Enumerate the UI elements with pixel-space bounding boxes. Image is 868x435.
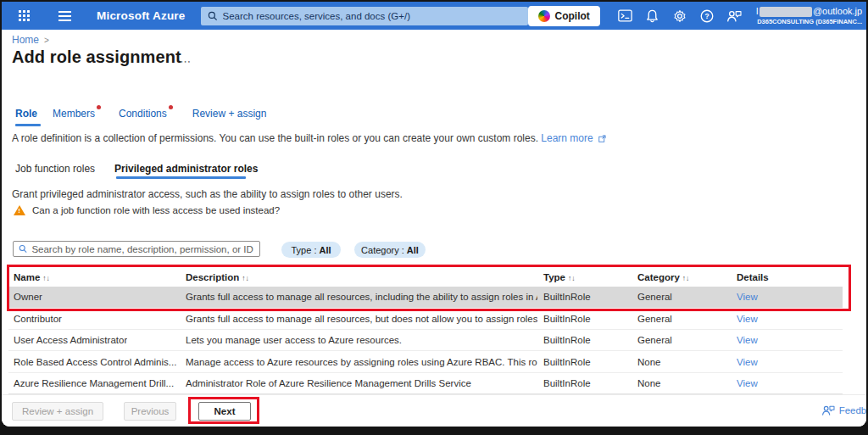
view-details-link[interactable]: View (737, 335, 758, 345)
table-row-contributor[interactable]: Contributor Grants full access to manage… (8, 309, 843, 330)
subtab-privileged-administrator-roles[interactable]: Privileged administrator roles (114, 163, 258, 175)
type-filter-pill[interactable]: Type :All (281, 242, 341, 258)
role-category: General (637, 292, 672, 302)
table-row-azure-resilience[interactable]: Azure Resilience Management Drill... Adm… (8, 373, 843, 394)
review-assign-button[interactable]: Review + assign (12, 402, 103, 421)
global-search-input[interactable] (223, 11, 521, 21)
account-tenant: D365CONSULTING (D365FINANC... (756, 18, 862, 25)
redacted-email-blur (760, 7, 812, 17)
role-type: BuiltInRole (543, 378, 591, 388)
account-email: I @outlook.jp (756, 6, 862, 18)
azure-brand-title[interactable]: Microsoft Azure (97, 9, 186, 22)
column-header-type[interactable]: Type↑↓ (543, 272, 576, 282)
person-feedback-icon (821, 404, 835, 416)
view-details-link[interactable]: View (737, 378, 758, 388)
members-alert-dot (97, 105, 101, 109)
role-category: None (637, 378, 661, 388)
role-category: General (637, 314, 672, 324)
role-description: Grants full access to manage all resourc… (186, 314, 537, 324)
role-description: Administrator Role of Azure Resilience M… (186, 378, 471, 388)
role-search-input[interactable] (31, 244, 254, 254)
role-name: Owner (14, 292, 42, 302)
table-row-owner[interactable]: Owner Grants full access to manage all r… (8, 287, 843, 308)
topbar-right-group: Copilot (528, 2, 866, 30)
category-filter-pill[interactable]: Category :All (354, 242, 426, 258)
azure-portal-window: Microsoft Azure Copilot (2, 2, 866, 427)
hamburger-icon (53, 11, 76, 21)
active-subtab-underline (116, 176, 246, 179)
role-name: User Access Administrator (14, 335, 127, 345)
portal-menu-button[interactable] (38, 2, 80, 30)
tab-conditions[interactable]: Conditions (119, 108, 167, 120)
azure-top-bar: Microsoft Azure Copilot (2, 2, 866, 30)
role-description: Manage access to Azure resources by assi… (186, 357, 537, 367)
learn-more-link[interactable]: Learn more (541, 132, 593, 144)
role-category: General (637, 335, 672, 345)
role-type: BuiltInRole (543, 335, 591, 345)
privileged-access-description: Grant privileged administrator access, s… (12, 188, 403, 200)
copilot-label: Copilot (555, 10, 590, 22)
role-name: Azure Resilience Management Drill... (14, 378, 174, 388)
roles-table-header: Name↑↓ Description↑↓ Type↑↓ Category↑↓ D… (8, 267, 843, 287)
view-details-link[interactable]: View (737, 357, 758, 367)
view-details-link[interactable]: View (737, 292, 758, 302)
title-context-menu-button[interactable]: ⋯ (180, 55, 192, 68)
warning-icon (14, 205, 25, 215)
sort-icon: ↑↓ (42, 274, 50, 282)
blade-content: Home > Add role assignment ⋯ ✕ Role Memb… (2, 30, 866, 394)
copilot-button[interactable]: Copilot (528, 6, 600, 26)
tab-review-assign[interactable]: Review + assign (192, 108, 267, 120)
wizard-tabs: Role Members Conditions Review + assign (15, 108, 266, 120)
svg-text:?: ? (704, 12, 709, 20)
column-header-name[interactable]: Name↑↓ (14, 272, 50, 282)
app-launcher-button[interactable] (2, 2, 38, 30)
warning-message: Can a job function role with less access… (14, 205, 280, 215)
role-search-box[interactable] (13, 241, 260, 257)
previous-button[interactable]: Previous (124, 402, 176, 421)
role-name: Contributor (14, 314, 62, 324)
role-name: Role Based Access Control Adminis... (14, 357, 176, 367)
table-row-rbac-administrator[interactable]: Role Based Access Control Adminis... Man… (8, 352, 843, 373)
bell-icon (646, 9, 659, 23)
account-info[interactable]: I @outlook.jp D365CONSULTING (D365FINANC… (756, 6, 862, 25)
column-header-details: Details (737, 272, 769, 282)
blade-footer: Review + assign Previous Next Feedback (2, 394, 866, 427)
settings-button[interactable] (666, 2, 693, 30)
role-definition-description: A role definition is a collection of per… (12, 132, 606, 145)
tab-role[interactable]: Role (15, 108, 37, 120)
notifications-button[interactable] (639, 2, 666, 30)
column-header-category[interactable]: Category↑↓ (637, 272, 689, 282)
role-type-subtabs: Job function roles Privileged administra… (15, 163, 258, 175)
main-column: Microsoft Azure Copilot (2, 2, 866, 427)
active-tab-underline (15, 124, 41, 126)
next-button[interactable]: Next (198, 402, 251, 421)
table-row-user-access-administrator[interactable]: User Access Administrator Lets you manag… (8, 330, 843, 351)
conditions-alert-dot (169, 105, 173, 109)
column-header-description[interactable]: Description↑↓ (186, 272, 249, 282)
breadcrumb-chevron-icon: > (44, 36, 49, 45)
sort-icon: ↑↓ (682, 274, 690, 282)
view-details-link[interactable]: View (737, 314, 758, 324)
role-description: Lets you manage user access to Azure res… (186, 335, 402, 345)
search-icon (19, 244, 27, 254)
person-feedback-icon (726, 9, 742, 23)
page-title: Add role assignment (12, 47, 181, 67)
global-search-box[interactable] (201, 7, 528, 25)
role-description: Grants full access to manage all resourc… (186, 292, 537, 302)
feedback-link[interactable]: Feedback (821, 404, 866, 416)
help-button[interactable]: ? (693, 2, 721, 30)
waffle-icon (14, 10, 35, 21)
search-icon (208, 11, 218, 21)
subtab-job-function-roles[interactable]: Job function roles (15, 163, 95, 175)
feedback-topbar-button[interactable] (721, 2, 748, 30)
copilot-icon (538, 10, 550, 22)
tab-members[interactable]: Members (53, 108, 95, 120)
role-type: BuiltInRole (543, 357, 591, 367)
cloud-shell-button[interactable] (612, 2, 639, 30)
role-category: None (637, 357, 661, 367)
role-type: BuiltInRole (543, 292, 591, 302)
gear-icon (673, 9, 687, 23)
breadcrumb-home-link[interactable]: Home (12, 34, 39, 46)
sort-icon: ↑↓ (242, 274, 249, 282)
role-type: BuiltInRole (543, 314, 591, 324)
